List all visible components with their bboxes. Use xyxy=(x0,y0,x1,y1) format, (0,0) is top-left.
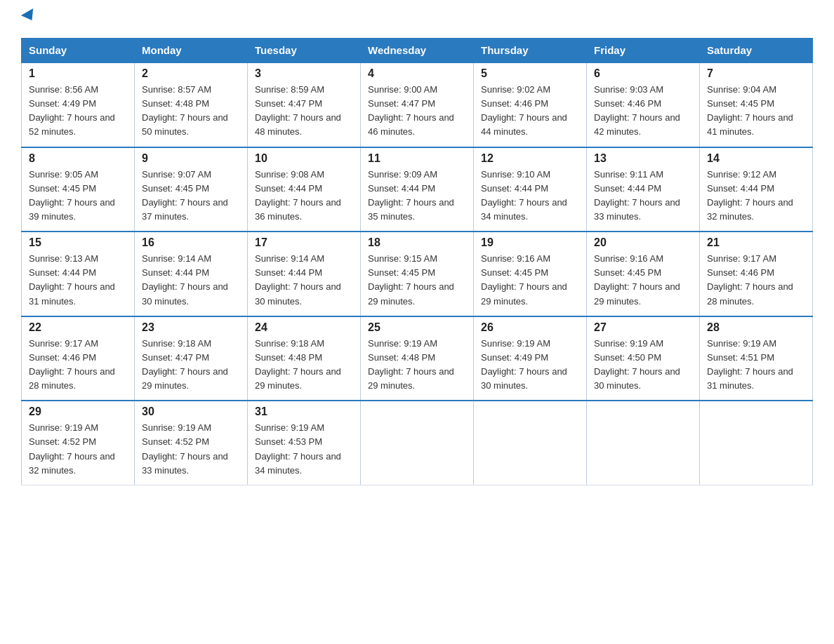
calendar-day-cell: 21 Sunrise: 9:17 AMSunset: 4:46 PMDaylig… xyxy=(700,232,813,316)
calendar-day-cell: 3 Sunrise: 8:59 AMSunset: 4:47 PMDayligh… xyxy=(248,62,361,147)
calendar-day-cell: 4 Sunrise: 9:00 AMSunset: 4:47 PMDayligh… xyxy=(361,62,474,147)
day-info: Sunrise: 8:59 AMSunset: 4:47 PMDaylight:… xyxy=(255,84,341,137)
calendar-day-cell: 1 Sunrise: 8:56 AMSunset: 4:49 PMDayligh… xyxy=(22,62,135,147)
day-of-week-header: Monday xyxy=(135,39,248,63)
day-number: 20 xyxy=(594,236,692,249)
day-number: 11 xyxy=(368,152,466,165)
day-number: 31 xyxy=(255,405,353,418)
day-number: 8 xyxy=(29,152,127,165)
day-info: Sunrise: 8:57 AMSunset: 4:48 PMDaylight:… xyxy=(142,84,228,137)
day-of-week-header: Thursday xyxy=(474,39,587,63)
day-of-week-header: Wednesday xyxy=(361,39,474,63)
calendar-day-cell: 28 Sunrise: 9:19 AMSunset: 4:51 PMDaylig… xyxy=(700,316,813,401)
calendar-day-cell xyxy=(700,401,813,485)
day-number: 23 xyxy=(142,321,240,334)
day-number: 14 xyxy=(707,152,805,165)
day-number: 18 xyxy=(368,236,466,249)
calendar-table: SundayMondayTuesdayWednesdayThursdayFrid… xyxy=(21,38,813,485)
calendar-day-cell: 18 Sunrise: 9:15 AMSunset: 4:45 PMDaylig… xyxy=(361,232,474,316)
day-info: Sunrise: 9:00 AMSunset: 4:47 PMDaylight:… xyxy=(368,84,454,137)
calendar-day-cell: 9 Sunrise: 9:07 AMSunset: 4:45 PMDayligh… xyxy=(135,147,248,232)
day-info: Sunrise: 9:16 AMSunset: 4:45 PMDaylight:… xyxy=(481,253,567,306)
day-info: Sunrise: 9:19 AMSunset: 4:53 PMDaylight:… xyxy=(255,422,341,475)
calendar-day-cell: 2 Sunrise: 8:57 AMSunset: 4:48 PMDayligh… xyxy=(135,62,248,147)
day-info: Sunrise: 9:18 AMSunset: 4:48 PMDaylight:… xyxy=(255,338,341,391)
day-info: Sunrise: 8:56 AMSunset: 4:49 PMDaylight:… xyxy=(29,84,115,137)
day-number: 9 xyxy=(142,152,240,165)
day-info: Sunrise: 9:14 AMSunset: 4:44 PMDaylight:… xyxy=(142,253,228,306)
day-number: 1 xyxy=(29,67,127,80)
day-info: Sunrise: 9:07 AMSunset: 4:45 PMDaylight:… xyxy=(142,169,228,222)
day-number: 13 xyxy=(594,152,692,165)
calendar-day-cell: 12 Sunrise: 9:10 AMSunset: 4:44 PMDaylig… xyxy=(474,147,587,232)
day-of-week-header: Saturday xyxy=(700,39,813,63)
calendar-day-cell: 10 Sunrise: 9:08 AMSunset: 4:44 PMDaylig… xyxy=(248,147,361,232)
calendar-week-row: 15 Sunrise: 9:13 AMSunset: 4:44 PMDaylig… xyxy=(22,232,813,316)
day-number: 16 xyxy=(142,236,240,249)
calendar-day-cell: 22 Sunrise: 9:17 AMSunset: 4:46 PMDaylig… xyxy=(22,316,135,401)
day-info: Sunrise: 9:19 AMSunset: 4:48 PMDaylight:… xyxy=(368,338,454,391)
day-info: Sunrise: 9:13 AMSunset: 4:44 PMDaylight:… xyxy=(29,253,115,306)
day-info: Sunrise: 9:18 AMSunset: 4:47 PMDaylight:… xyxy=(142,338,228,391)
day-number: 21 xyxy=(707,236,805,249)
day-info: Sunrise: 9:04 AMSunset: 4:45 PMDaylight:… xyxy=(707,84,793,137)
calendar-day-cell: 25 Sunrise: 9:19 AMSunset: 4:48 PMDaylig… xyxy=(361,316,474,401)
calendar-week-row: 29 Sunrise: 9:19 AMSunset: 4:52 PMDaylig… xyxy=(22,401,813,485)
day-number: 2 xyxy=(142,67,240,80)
day-of-week-header: Friday xyxy=(587,39,700,63)
day-number: 24 xyxy=(255,321,353,334)
calendar-day-cell: 6 Sunrise: 9:03 AMSunset: 4:46 PMDayligh… xyxy=(587,62,700,147)
day-info: Sunrise: 9:19 AMSunset: 4:49 PMDaylight:… xyxy=(481,338,567,391)
day-of-week-header: Sunday xyxy=(22,39,135,63)
day-info: Sunrise: 9:12 AMSunset: 4:44 PMDaylight:… xyxy=(707,169,793,222)
calendar-week-row: 22 Sunrise: 9:17 AMSunset: 4:46 PMDaylig… xyxy=(22,316,813,401)
day-number: 3 xyxy=(255,67,353,80)
calendar-day-cell: 24 Sunrise: 9:18 AMSunset: 4:48 PMDaylig… xyxy=(248,316,361,401)
calendar-day-cell: 7 Sunrise: 9:04 AMSunset: 4:45 PMDayligh… xyxy=(700,62,813,147)
day-info: Sunrise: 9:19 AMSunset: 4:50 PMDaylight:… xyxy=(594,338,680,391)
day-number: 29 xyxy=(29,405,127,418)
day-info: Sunrise: 9:11 AMSunset: 4:44 PMDaylight:… xyxy=(594,169,680,222)
day-number: 15 xyxy=(29,236,127,249)
calendar-day-cell: 15 Sunrise: 9:13 AMSunset: 4:44 PMDaylig… xyxy=(22,232,135,316)
calendar-week-row: 1 Sunrise: 8:56 AMSunset: 4:49 PMDayligh… xyxy=(22,62,813,147)
calendar-header-row: SundayMondayTuesdayWednesdayThursdayFrid… xyxy=(22,39,813,63)
calendar-day-cell: 23 Sunrise: 9:18 AMSunset: 4:47 PMDaylig… xyxy=(135,316,248,401)
day-info: Sunrise: 9:03 AMSunset: 4:46 PMDaylight:… xyxy=(594,84,680,137)
day-info: Sunrise: 9:09 AMSunset: 4:44 PMDaylight:… xyxy=(368,169,454,222)
day-number: 19 xyxy=(481,236,579,249)
calendar-day-cell xyxy=(587,401,700,485)
day-number: 22 xyxy=(29,321,127,334)
day-number: 12 xyxy=(481,152,579,165)
day-info: Sunrise: 9:17 AMSunset: 4:46 PMDaylight:… xyxy=(707,253,793,306)
calendar-day-cell: 14 Sunrise: 9:12 AMSunset: 4:44 PMDaylig… xyxy=(700,147,813,232)
day-number: 5 xyxy=(481,67,579,80)
calendar-day-cell: 27 Sunrise: 9:19 AMSunset: 4:50 PMDaylig… xyxy=(587,316,700,401)
day-info: Sunrise: 9:08 AMSunset: 4:44 PMDaylight:… xyxy=(255,169,341,222)
calendar-day-cell: 16 Sunrise: 9:14 AMSunset: 4:44 PMDaylig… xyxy=(135,232,248,316)
day-info: Sunrise: 9:19 AMSunset: 4:52 PMDaylight:… xyxy=(142,422,228,475)
logo-triangle-icon xyxy=(21,8,38,24)
day-number: 27 xyxy=(594,321,692,334)
calendar-day-cell: 5 Sunrise: 9:02 AMSunset: 4:46 PMDayligh… xyxy=(474,62,587,147)
day-info: Sunrise: 9:15 AMSunset: 4:45 PMDaylight:… xyxy=(368,253,454,306)
day-number: 10 xyxy=(255,152,353,165)
day-info: Sunrise: 9:19 AMSunset: 4:51 PMDaylight:… xyxy=(707,338,793,391)
page-header xyxy=(21,14,813,24)
calendar-day-cell: 19 Sunrise: 9:16 AMSunset: 4:45 PMDaylig… xyxy=(474,232,587,316)
calendar-day-cell: 13 Sunrise: 9:11 AMSunset: 4:44 PMDaylig… xyxy=(587,147,700,232)
day-number: 25 xyxy=(368,321,466,334)
day-number: 30 xyxy=(142,405,240,418)
calendar-day-cell xyxy=(361,401,474,485)
day-info: Sunrise: 9:16 AMSunset: 4:45 PMDaylight:… xyxy=(594,253,680,306)
day-number: 6 xyxy=(594,67,692,80)
calendar-day-cell: 17 Sunrise: 9:14 AMSunset: 4:44 PMDaylig… xyxy=(248,232,361,316)
calendar-day-cell: 30 Sunrise: 9:19 AMSunset: 4:52 PMDaylig… xyxy=(135,401,248,485)
calendar-week-row: 8 Sunrise: 9:05 AMSunset: 4:45 PMDayligh… xyxy=(22,147,813,232)
calendar-day-cell xyxy=(474,401,587,485)
calendar-day-cell: 26 Sunrise: 9:19 AMSunset: 4:49 PMDaylig… xyxy=(474,316,587,401)
day-info: Sunrise: 9:14 AMSunset: 4:44 PMDaylight:… xyxy=(255,253,341,306)
day-number: 7 xyxy=(707,67,805,80)
calendar-day-cell: 8 Sunrise: 9:05 AMSunset: 4:45 PMDayligh… xyxy=(22,147,135,232)
calendar-day-cell: 20 Sunrise: 9:16 AMSunset: 4:45 PMDaylig… xyxy=(587,232,700,316)
